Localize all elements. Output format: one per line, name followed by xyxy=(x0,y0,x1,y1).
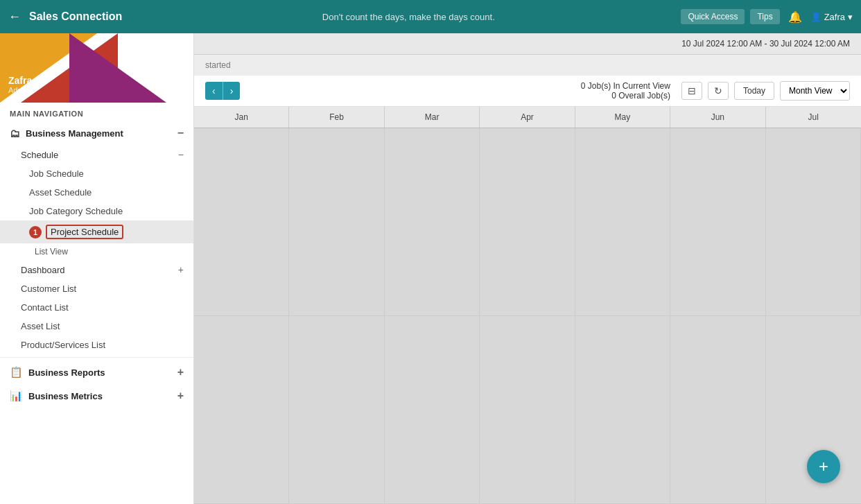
nav-divider-1 xyxy=(0,357,193,358)
metrics-icon: 📊 xyxy=(10,390,23,402)
calendar-grid: Jan Feb Mar Apr May Jun Jul xyxy=(194,107,861,504)
calendar-cell-0 xyxy=(194,128,289,316)
job-schedule-label: Job Schedule xyxy=(29,168,84,179)
reports-icon: 📋 xyxy=(10,366,23,379)
top-nav-right: Quick Access Tips 🔔 👤 Zafra ▾ xyxy=(681,8,853,26)
month-may: May xyxy=(575,107,670,128)
triangle-purple xyxy=(69,33,166,103)
sidebar-header: Zafra Admin ⇥ xyxy=(0,33,193,103)
sidebar-item-asset-schedule[interactable]: Asset Schedule xyxy=(0,183,193,202)
tips-button[interactable]: Tips xyxy=(750,9,779,24)
user-menu[interactable]: 👤 Zafra ▾ xyxy=(810,12,853,22)
business-management-label: Business Management xyxy=(26,128,177,139)
contact-list-label: Contact List xyxy=(21,302,69,313)
calendar-cell-8 xyxy=(289,316,384,504)
user-icon: 👤 xyxy=(810,12,821,22)
asset-list-label: Asset List xyxy=(21,321,60,331)
calendar-prev-button[interactable]: ‹ xyxy=(205,82,223,100)
calendar-next-button[interactable]: › xyxy=(223,82,241,100)
business-metrics-toggle: + xyxy=(177,390,184,402)
month-jan: Jan xyxy=(194,107,289,128)
main-content: 10 Jul 2024 12:00 AM - 30 Jul 2024 12:00… xyxy=(194,33,861,504)
dashboard-toggle: + xyxy=(178,264,184,275)
calendar-nav-buttons: ‹ › xyxy=(205,82,240,100)
list-view-label: List View xyxy=(35,247,68,257)
business-metrics-label: Business Metrics xyxy=(28,391,177,401)
month-jun: Jun xyxy=(670,107,765,128)
date-range-bar: 10 Jul 2024 12:00 AM - 30 Jul 2024 12:00… xyxy=(194,33,861,55)
date-range-text: 10 Jul 2024 12:00 AM - 30 Jul 2024 12:00… xyxy=(681,39,850,49)
month-apr: Apr xyxy=(480,107,575,128)
sidebar-item-project-schedule[interactable]: 1 Project Schedule xyxy=(0,220,193,243)
sidebar-user-info: Zafra Admin xyxy=(8,75,32,94)
app-title: Sales Connection xyxy=(29,10,122,23)
calendar-cell-12 xyxy=(670,316,765,504)
main-nav-label: MAIN NAVIGATION xyxy=(0,103,193,121)
job-info: 0 Job(s) In Current View 0 Overall Job(s… xyxy=(581,81,670,101)
sidebar-item-product-services-list[interactable]: Product/Services List xyxy=(0,336,193,354)
business-reports-label: Business Reports xyxy=(28,367,177,378)
business-reports-toggle: + xyxy=(177,366,184,379)
sidebar-item-contact-list[interactable]: Contact List xyxy=(0,298,193,317)
project-schedule-label: Project Schedule xyxy=(46,225,123,239)
calendar-body xyxy=(194,128,861,504)
calendar-cell-4 xyxy=(575,128,670,316)
dashboard-label: Dashboard xyxy=(21,265,65,275)
app-subtitle: Don't count the days, make the days coun… xyxy=(136,12,681,22)
calendar-cell-10 xyxy=(480,316,575,504)
schedule-toggle: − xyxy=(178,149,184,160)
calendar-cell-9 xyxy=(385,316,480,504)
calendar-cell-3 xyxy=(480,128,575,316)
today-button[interactable]: Today xyxy=(734,82,774,100)
calendar-cell-11 xyxy=(575,316,670,504)
sidebar-item-asset-list[interactable]: Asset List xyxy=(0,317,193,336)
schedule-sub-group: Schedule − Job Schedule Asset Schedule J… xyxy=(0,145,193,260)
calendar-cell-1 xyxy=(289,128,384,316)
user-chevron-icon: ▾ xyxy=(848,12,853,22)
notifications-button[interactable]: 🔔 xyxy=(785,8,805,26)
overall-jobs-text: 0 Overall Job(s) xyxy=(581,91,670,101)
sidebar-logout-button[interactable]: ⇥ xyxy=(166,76,184,93)
filter-button[interactable]: ⊟ xyxy=(681,82,702,100)
sidebar-item-customer-list[interactable]: Customer List xyxy=(0,279,193,298)
refresh-button[interactable]: ↻ xyxy=(708,82,729,100)
sidebar-item-job-schedule[interactable]: Job Schedule xyxy=(0,164,193,183)
sidebar-user-role: Admin xyxy=(8,86,32,94)
sidebar-item-schedule[interactable]: Schedule − xyxy=(0,145,193,164)
month-jul: Jul xyxy=(766,107,861,128)
asset-schedule-label: Asset Schedule xyxy=(29,187,92,198)
calendar-cell-2 xyxy=(385,128,480,316)
sidebar-username: Zafra xyxy=(8,75,32,86)
calendar-cell-7 xyxy=(194,316,289,504)
calendar-toolbar: ‹ › 0 Job(s) In Current View 0 Overall J… xyxy=(194,76,861,107)
sidebar-item-dashboard[interactable]: Dashboard + xyxy=(0,260,193,279)
view-select[interactable]: Day View Week View Month View Year View xyxy=(780,81,850,101)
sidebar: Zafra Admin ⇥ MAIN NAVIGATION 🗂 Business… xyxy=(0,33,194,504)
username-label: Zafra xyxy=(824,12,845,22)
fab-add-button[interactable]: + xyxy=(807,450,840,483)
project-schedule-badge: 1 xyxy=(29,226,42,238)
sidebar-item-business-metrics[interactable]: 📊 Business Metrics + xyxy=(0,384,193,408)
product-services-list-label: Product/Services List xyxy=(21,340,105,350)
calendar-months-header: Jan Feb Mar Apr May Jun Jul xyxy=(194,107,861,128)
schedule-label: Schedule xyxy=(21,150,58,160)
briefcase-icon: 🗂 xyxy=(10,128,20,139)
month-mar: Mar xyxy=(385,107,480,128)
back-button[interactable]: ← xyxy=(8,10,21,24)
job-category-schedule-label: Job Category Schedule xyxy=(29,206,123,216)
calendar-toolbar-right: 0 Job(s) In Current View 0 Overall Job(s… xyxy=(581,81,850,101)
month-feb: Feb xyxy=(289,107,384,128)
main-layout: Zafra Admin ⇥ MAIN NAVIGATION 🗂 Business… xyxy=(0,33,861,504)
started-text: started xyxy=(205,60,231,70)
quick-access-button[interactable]: Quick Access xyxy=(681,9,745,24)
main-wrapper: 10 Jul 2024 12:00 AM - 30 Jul 2024 12:00… xyxy=(194,33,861,504)
started-area: started xyxy=(194,55,861,76)
top-nav: ← Sales Connection Don't count the days,… xyxy=(0,0,861,33)
sidebar-item-business-management[interactable]: 🗂 Business Management − xyxy=(0,121,193,145)
job-count-text: 0 Job(s) In Current View xyxy=(581,81,670,91)
sidebar-item-business-reports[interactable]: 📋 Business Reports + xyxy=(0,360,193,384)
customer-list-label: Customer List xyxy=(21,284,76,294)
business-management-toggle: − xyxy=(177,127,184,139)
sidebar-item-list-view[interactable]: List View xyxy=(0,243,193,260)
sidebar-item-job-category-schedule[interactable]: Job Category Schedule xyxy=(0,202,193,220)
